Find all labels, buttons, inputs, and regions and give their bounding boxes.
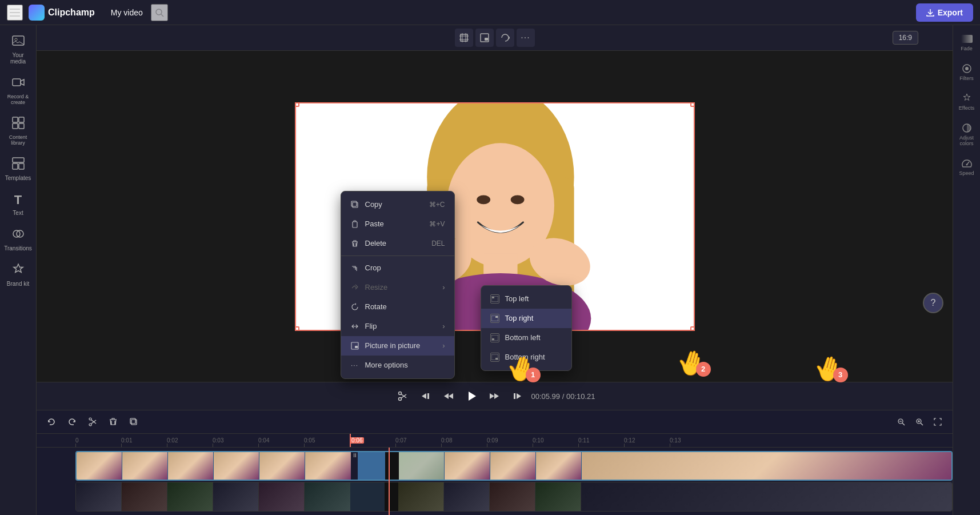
right-panel-fade[interactable]: Fade	[954, 30, 979, 55]
track-pause-indicator: ⏸	[351, 452, 358, 480]
search-button[interactable]	[151, 4, 168, 21]
track-2-gap	[385, 482, 398, 511]
context-menu-picture-in-picture[interactable]: Picture in picture ›	[341, 336, 454, 356]
track-content-1[interactable]: ⏸	[75, 451, 953, 481]
play-button[interactable]	[462, 387, 481, 405]
more-options-label: More options	[365, 361, 408, 369]
crop-icon	[350, 264, 359, 273]
corner-handle-tl[interactable]	[295, 102, 299, 107]
delete-track-button[interactable]	[105, 414, 121, 430]
right-panel-adjust-colors[interactable]: Adjustcolors	[954, 119, 979, 150]
svg-point-61	[89, 418, 91, 420]
flip-label: Flip	[365, 322, 377, 330]
svg-marker-52	[422, 393, 426, 399]
context-menu-flip[interactable]: Flip ›	[341, 317, 454, 336]
svg-rect-14	[19, 163, 24, 169]
video-title-button[interactable]: My video	[106, 6, 147, 19]
resize-icon	[350, 283, 359, 292]
sidebar-label-transitions: Transitions	[4, 245, 32, 251]
submenu-bottom-left[interactable]: Bottom left	[481, 328, 571, 348]
svg-rect-1	[10, 12, 20, 13]
context-menu-rotate[interactable]: Rotate	[341, 297, 454, 317]
effects-label: Effects	[959, 105, 974, 111]
duplicate-button[interactable]	[126, 414, 142, 430]
fade-label: Fade	[961, 46, 973, 51]
sidebar-item-content-library[interactable]: Contentlibrary	[2, 112, 34, 150]
thumb-2-4	[213, 482, 259, 511]
sidebar-item-transitions[interactable]: Transitions	[2, 223, 34, 256]
track-content-2[interactable]	[75, 482, 953, 512]
pip-button[interactable]	[475, 29, 494, 47]
bottom-left-icon	[490, 333, 499, 342]
corner-handle-bl[interactable]	[295, 326, 299, 331]
sidebar-item-brand-kit[interactable]: Brand kit	[2, 258, 34, 292]
text-icon: T	[14, 193, 22, 207]
app-name: Clipchamp	[48, 7, 95, 18]
help-button[interactable]: ?	[923, 293, 943, 313]
export-button[interactable]: Export	[916, 3, 973, 22]
thumb-1-4	[214, 452, 259, 480]
right-panel-effects[interactable]: Effects	[954, 89, 979, 114]
thumb-1-10	[536, 452, 582, 480]
context-menu-copy[interactable]: Copy ⌘+C	[341, 195, 454, 214]
svg-rect-35	[353, 202, 358, 207]
copy-shortcut: ⌘+C	[429, 201, 445, 209]
crop-frame-button[interactable]	[455, 29, 473, 47]
forward-button[interactable]	[485, 387, 503, 405]
more-options-button[interactable]: ···	[517, 29, 535, 47]
svg-point-76	[965, 67, 969, 70]
right-panel-speed[interactable]: Speed	[954, 154, 979, 179]
svg-rect-45	[492, 338, 494, 340]
zoom-in-button[interactable]	[911, 414, 927, 430]
right-panel-filters[interactable]: Filters	[954, 59, 979, 85]
sidebar-item-record-create[interactable]: Record &create	[2, 71, 34, 110]
zoom-out-button[interactable]	[893, 414, 909, 430]
context-menu-divider-1	[341, 255, 454, 256]
cut-button[interactable]	[85, 414, 101, 430]
sidebar-item-text[interactable]: T Text	[2, 188, 34, 221]
right-panel: Fade Filters Effects Adjustcolors Speed	[953, 25, 980, 515]
hamburger-button[interactable]	[7, 5, 23, 21]
context-menu-more-options[interactable]: ··· More options	[341, 356, 454, 375]
svg-rect-0	[10, 9, 20, 10]
undo-button[interactable]	[43, 414, 59, 430]
sidebar-item-templates[interactable]: Templates	[2, 153, 34, 186]
svg-point-32	[510, 195, 524, 204]
submenu-picture-in-picture: Top left Top right Bottom left	[481, 285, 572, 371]
context-menu-crop[interactable]: Crop	[341, 258, 454, 278]
scissors-button[interactable]	[394, 387, 412, 405]
svg-line-68	[902, 423, 905, 425]
svg-rect-38	[351, 342, 358, 349]
thumb-1-5	[259, 452, 305, 480]
redo-button[interactable]	[64, 414, 80, 430]
copy-label: Copy	[365, 200, 382, 209]
skip-back-button[interactable]	[417, 387, 435, 405]
preview-toolbar: ··· 16:9	[37, 25, 953, 51]
loop-button[interactable]	[496, 29, 514, 47]
app-logo: Clipchamp	[29, 5, 95, 21]
corner-handle-br[interactable]	[690, 326, 695, 331]
svg-point-3	[156, 9, 162, 15]
svg-rect-36	[351, 201, 357, 206]
svg-rect-74	[961, 35, 973, 43]
thumb-2-8	[444, 482, 490, 511]
track-row-1: ⏸	[37, 451, 953, 481]
fit-to-window-button[interactable]	[930, 414, 946, 430]
context-menu-delete[interactable]: Delete DEL	[341, 234, 454, 253]
svg-rect-43	[495, 316, 498, 318]
svg-point-6	[15, 38, 17, 41]
delete-shortcut: DEL	[431, 239, 445, 247]
context-menu: Copy ⌘+C Paste ⌘+V Delete	[341, 191, 455, 379]
corner-handle-tr[interactable]	[690, 102, 695, 107]
skip-forward-button[interactable]	[508, 387, 526, 405]
video-preview-wrapper: Copy ⌘+C Paste ⌘+V Delete	[295, 102, 695, 331]
submenu-top-left[interactable]: Top left	[481, 289, 571, 309]
context-menu-paste[interactable]: Paste ⌘+V	[341, 214, 454, 234]
filters-label: Filters	[959, 75, 974, 81]
svg-rect-8	[13, 117, 18, 122]
svg-point-62	[89, 424, 91, 426]
sidebar-item-your-media[interactable]: Your media	[2, 30, 34, 69]
rewind-button[interactable]	[439, 387, 458, 405]
submenu-top-right[interactable]: Top right	[481, 309, 571, 328]
submenu-bottom-right[interactable]: Bottom right	[481, 348, 571, 367]
